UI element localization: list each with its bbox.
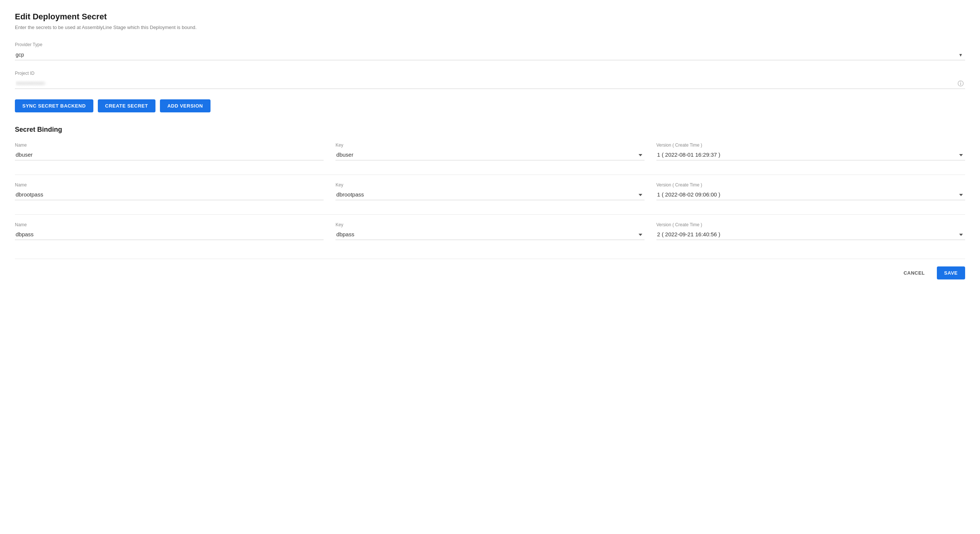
- provider-type-label: Provider Type: [15, 42, 965, 47]
- secret-binding-title: Secret Binding: [15, 126, 965, 134]
- key-label-2: Key: [336, 182, 644, 188]
- key-select-wrapper-3[interactable]: dbpass: [336, 230, 644, 240]
- page-subtitle: Enter the secrets to be used at Assembly…: [15, 25, 965, 30]
- version-select-wrapper-3[interactable]: 2 ( 2022-09-21 16:40:56 ): [656, 230, 965, 240]
- project-id-section: Project ID ⓘ: [15, 71, 965, 89]
- version-select-3[interactable]: 2 ( 2022-09-21 16:40:56 ): [656, 230, 965, 240]
- provider-type-section: Provider Type gcp aws azure ▼: [15, 42, 965, 60]
- version-select-1[interactable]: 1 ( 2022-08-01 16:29:37 ): [656, 150, 965, 160]
- project-id-label: Project ID: [15, 71, 965, 76]
- footer-buttons: CANCEL SAVE: [15, 259, 965, 279]
- save-button[interactable]: SAVE: [937, 266, 965, 279]
- version-select-wrapper-2[interactable]: 1 ( 2022-08-02 09:06:00 ): [656, 190, 965, 200]
- key-select-2[interactable]: dbrootpass: [336, 190, 644, 200]
- table-row: Name dbrootpass Key dbrootpass Version (…: [15, 182, 965, 204]
- action-buttons: SYNC SECRET BACKEND CREATE SECRET ADD VE…: [15, 99, 965, 112]
- table-row: Name dbuser Key dbuser Version ( Create …: [15, 142, 965, 164]
- name-field-1: Name dbuser: [15, 142, 324, 160]
- page-title: Edit Deployment Secret: [15, 12, 965, 22]
- name-label-1: Name: [15, 142, 324, 148]
- name-field-2: Name dbrootpass: [15, 182, 324, 200]
- help-icon[interactable]: ⓘ: [958, 80, 964, 88]
- version-label-2: Version ( Create Time ): [656, 182, 965, 188]
- name-value-2: dbrootpass: [15, 190, 324, 200]
- key-field-2: Key dbrootpass: [336, 182, 644, 200]
- add-version-button[interactable]: ADD VERSION: [160, 99, 210, 112]
- version-label-1: Version ( Create Time ): [656, 142, 965, 148]
- version-field-1: Version ( Create Time ) 1 ( 2022-08-01 1…: [656, 142, 965, 160]
- table-row: Name dbpass Key dbpass Version ( Create …: [15, 222, 965, 244]
- row-divider-2: [15, 214, 965, 215]
- name-label-2: Name: [15, 182, 324, 188]
- key-label-1: Key: [336, 142, 644, 148]
- version-select-wrapper-1[interactable]: 1 ( 2022-08-01 16:29:37 ): [656, 150, 965, 160]
- key-field-1: Key dbuser: [336, 142, 644, 160]
- provider-type-select[interactable]: gcp aws azure: [15, 49, 965, 60]
- key-field-3: Key dbpass: [336, 222, 644, 240]
- project-id-input[interactable]: [15, 78, 965, 89]
- project-id-wrapper: ⓘ: [15, 78, 965, 89]
- key-select-wrapper-2[interactable]: dbrootpass: [336, 190, 644, 200]
- provider-type-wrapper[interactable]: gcp aws azure ▼: [15, 49, 965, 60]
- create-secret-button[interactable]: CREATE SECRET: [98, 99, 156, 112]
- version-field-2: Version ( Create Time ) 1 ( 2022-08-02 0…: [656, 182, 965, 200]
- key-select-3[interactable]: dbpass: [336, 230, 644, 240]
- version-label-3: Version ( Create Time ): [656, 222, 965, 227]
- key-label-3: Key: [336, 222, 644, 227]
- name-value-3: dbpass: [15, 230, 324, 240]
- row-divider-1: [15, 175, 965, 175]
- name-label-3: Name: [15, 222, 324, 227]
- cancel-button[interactable]: CANCEL: [896, 266, 932, 279]
- version-field-3: Version ( Create Time ) 2 ( 2022-09-21 1…: [656, 222, 965, 240]
- key-select-1[interactable]: dbuser: [336, 150, 644, 160]
- sync-secret-backend-button[interactable]: SYNC SECRET BACKEND: [15, 99, 93, 112]
- key-select-wrapper-1[interactable]: dbuser: [336, 150, 644, 160]
- name-value-1: dbuser: [15, 150, 324, 160]
- version-select-2[interactable]: 1 ( 2022-08-02 09:06:00 ): [656, 190, 965, 200]
- name-field-3: Name dbpass: [15, 222, 324, 240]
